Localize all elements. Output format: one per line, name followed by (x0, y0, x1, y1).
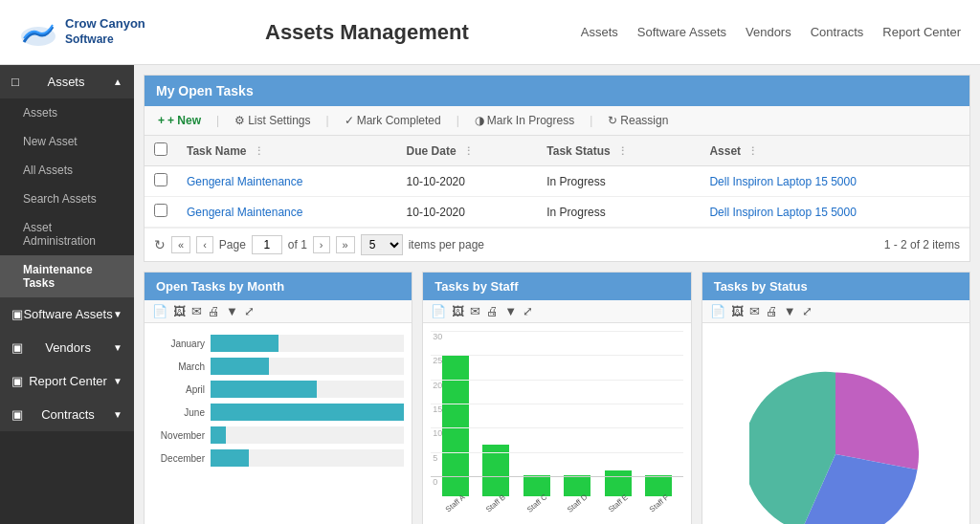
row-checkbox-0[interactable] (154, 173, 167, 186)
task-name-link-0[interactable]: Gengeral Maintenance (187, 175, 302, 188)
vbar-bar (523, 475, 550, 496)
asset-link-1[interactable]: Dell Inspiron Laptop 15 5000 (709, 206, 856, 219)
task-name-link-1[interactable]: Gengeral Maintenance (187, 206, 302, 219)
sidebar-header-report-center[interactable]: ▣ Report Center ▼ (0, 364, 134, 398)
hbar-outer (211, 358, 404, 375)
vbar-bar (442, 356, 469, 496)
vbar-col: Staff A (436, 331, 474, 508)
vbar-col: Staff D (559, 331, 596, 508)
page-number-input[interactable] (252, 235, 282, 254)
nav-report-center[interactable]: Report Center (882, 25, 961, 39)
row-checkbox-cell (145, 197, 177, 228)
items-per-page-label: items per page (409, 238, 484, 251)
print-icon[interactable]: 🖨 (208, 304, 220, 318)
sidebar-item-all-assets[interactable]: All Assets (0, 156, 134, 185)
sidebar-section-contracts-label: Contracts (41, 407, 95, 422)
vbar-bar (482, 445, 509, 496)
sidebar-section-vendors-label: Vendors (45, 340, 91, 355)
hbar-inner (211, 358, 269, 375)
chart-tasks-by-status: Tasks by Status 📄 🖼 ✉ 🖨 ▼ ⤢ (702, 272, 970, 524)
export-email-icon-2[interactable]: ✉ (470, 304, 480, 318)
export-csv-icon-3[interactable]: 📄 (710, 304, 725, 318)
export-img-icon[interactable]: 🖼 (173, 304, 186, 318)
nav-vendors[interactable]: Vendors (746, 25, 791, 39)
items-per-page-select[interactable]: 5 10 25 (361, 234, 403, 255)
hbar-row: June (152, 404, 404, 421)
chart-month-body: January March April June November Decemb… (145, 323, 412, 524)
chart-staff-toolbar: 📄 🖼 ✉ 🖨 ▼ ⤢ (423, 300, 690, 323)
tasks-table: Task Name ⋮ Due Date ⋮ Task Status ⋮ A (145, 136, 969, 228)
hbar-inner (211, 426, 226, 444)
table-header-row: Task Name ⋮ Due Date ⋮ Task Status ⋮ A (145, 136, 969, 166)
sort-status[interactable]: ⋮ (617, 145, 628, 157)
sidebar: □ Assets ▲ Assets New Asset All Assets S… (0, 65, 134, 524)
hbar-inner (211, 449, 249, 467)
sidebar-header-software[interactable]: ▣ Software Assets ▼ (0, 297, 134, 331)
export-csv-icon[interactable]: 📄 (152, 304, 167, 318)
chart-open-tasks-by-month: Open Tasks by Month 📄 🖼 ✉ 🖨 ▼ ⤢ January … (144, 272, 412, 524)
sidebar-item-asset-admin[interactable]: Asset Administration (0, 213, 134, 255)
sort-due-date[interactable]: ⋮ (463, 145, 474, 157)
sidebar-header-vendors[interactable]: ▣ Vendors ▼ (0, 331, 134, 364)
vbar-chart: 30 25 20 15 10 5 0 Staff A Staff B Staff… (431, 331, 682, 508)
filter-icon-3[interactable]: ▼ (784, 304, 796, 318)
chevron-down-icon-software: ▼ (113, 309, 122, 319)
chart-month-toolbar: 📄 🖼 ✉ 🖨 ▼ ⤢ (145, 300, 412, 323)
chevron-down-icon-vendors: ▼ (113, 342, 122, 353)
list-settings-button[interactable]: ⚙ List Settings (231, 112, 314, 129)
filter-icon[interactable]: ▼ (226, 304, 238, 318)
select-all-checkbox[interactable] (154, 142, 167, 156)
prev-page-button[interactable]: ‹ (196, 236, 213, 253)
export-email-icon-3[interactable]: ✉ (749, 304, 760, 318)
row-checkbox-1[interactable] (154, 204, 167, 217)
export-img-icon-3[interactable]: 🖼 (731, 304, 744, 318)
sidebar-item-maintenance-tasks[interactable]: Maintenance Tasks (0, 255, 134, 297)
print-icon-2[interactable]: 🖨 (486, 304, 499, 318)
top-nav: Assets Software Assets Vendors Contracts… (581, 25, 961, 39)
due-date-cell-0: 10-10-2020 (397, 166, 538, 197)
next-page-button[interactable]: › (313, 236, 330, 253)
new-task-button[interactable]: + + New (154, 112, 205, 129)
nav-contracts[interactable]: Contracts (811, 25, 864, 39)
vbar-bar (564, 475, 590, 496)
status-cell-1: In Progress (537, 197, 700, 228)
vbar-bar (645, 475, 672, 496)
zoom-icon-3[interactable]: ⤢ (802, 304, 813, 318)
export-email-icon[interactable]: ✉ (191, 304, 202, 318)
sort-asset[interactable]: ⋮ (747, 145, 758, 157)
reassign-icon: ↻ (608, 114, 617, 127)
zoom-icon[interactable]: ⤢ (244, 304, 255, 318)
sidebar-item-new-asset[interactable]: New Asset (0, 127, 134, 156)
nav-assets[interactable]: Assets (581, 25, 618, 39)
filter-icon-2[interactable]: ▼ (504, 304, 517, 318)
chart-status-header: Tasks by Status (702, 273, 969, 300)
export-csv-icon-2[interactable]: 📄 (431, 304, 446, 318)
sidebar-header-contracts[interactable]: ▣ Contracts ▼ (0, 398, 134, 431)
last-page-button[interactable]: » (336, 236, 355, 253)
hbar-label: November (152, 430, 205, 441)
hbar-row: November (152, 426, 404, 444)
nav-software-assets[interactable]: Software Assets (637, 25, 726, 39)
zoom-icon-2[interactable]: ⤢ (523, 304, 533, 318)
hbar-outer (211, 404, 404, 421)
first-page-button[interactable]: « (171, 236, 190, 253)
print-icon-3[interactable]: 🖨 (766, 304, 778, 318)
mark-completed-button[interactable]: ✓ Mark Completed (341, 112, 445, 129)
mark-in-progress-button[interactable]: ◑ Mark In Progress (471, 112, 578, 129)
refresh-icon[interactable]: ↻ (154, 237, 166, 252)
page-title: Assets Management (153, 20, 581, 45)
hbar-inner (211, 335, 278, 352)
pagination-bar: ↻ « ‹ Page of 1 › » 5 10 25 items per pa… (145, 228, 969, 261)
asset-link-0[interactable]: Dell Inspiron Laptop 15 5000 (709, 175, 856, 188)
sidebar-item-assets[interactable]: Assets (0, 98, 134, 127)
sidebar-item-search-assets[interactable]: Search Assets (0, 185, 134, 213)
sidebar-header-assets[interactable]: □ Assets ▲ (0, 65, 134, 98)
export-img-icon-2[interactable]: 🖼 (452, 304, 464, 318)
reassign-button[interactable]: ↻ Reassign (604, 112, 672, 129)
sort-task-name[interactable]: ⋮ (254, 145, 264, 157)
progress-icon: ◑ (475, 114, 484, 127)
hbar-label: January (152, 338, 205, 349)
due-date-cell-1: 10-10-2020 (397, 197, 538, 228)
hbar-label: December (152, 453, 205, 464)
hbar-chart: January March April June November Decemb… (152, 331, 404, 470)
